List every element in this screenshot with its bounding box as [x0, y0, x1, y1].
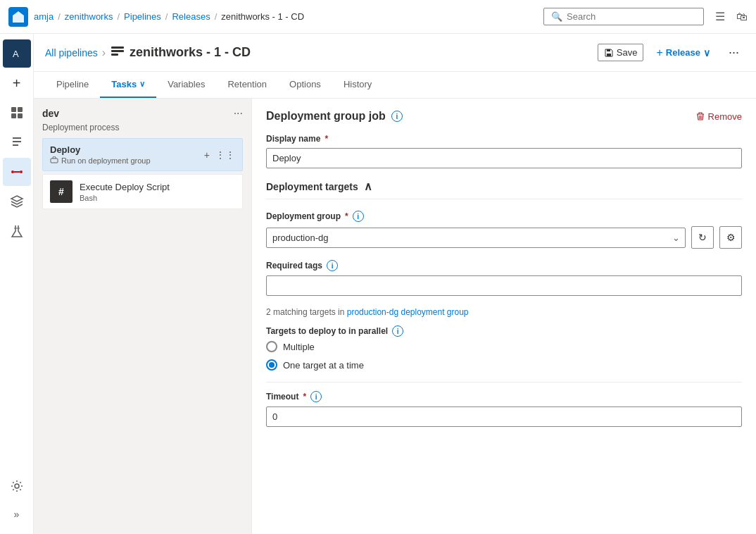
required-tags-label-text: Required tags — [266, 261, 322, 271]
tab-variables[interactable]: Variables — [156, 72, 216, 98]
sidebar-item-pipelines[interactable] — [3, 158, 31, 186]
breadcrumb-current: zenithworks - 1 - CD — [221, 11, 304, 22]
bag-icon[interactable]: 🛍 — [736, 11, 748, 23]
breadcrumb-arrow: › — [102, 46, 106, 59]
job-card-deploy[interactable]: Deploy Run on deployment group + ⋮⋮ — [42, 138, 243, 171]
drag-icon[interactable]: ⋮⋮ — [215, 149, 235, 161]
tab-tasks[interactable]: Tasks ∨ — [100, 72, 156, 98]
sidebar-item-home[interactable]: A — [3, 39, 31, 68]
svg-rect-14 — [607, 54, 611, 56]
deployment-group-select-container: production-dg staging-dg dev-dg — [266, 228, 686, 248]
required-tags-input[interactable] — [266, 275, 742, 296]
release-dropdown-icon[interactable]: ∨ — [703, 47, 710, 58]
tab-retention[interactable]: Retention — [216, 72, 278, 98]
targets-parallel-label-text: Targets to deploy to in parallel — [266, 326, 388, 336]
targets-parallel-form-group: Targets to deploy to in parallel i Multi… — [266, 325, 742, 371]
stage-name: dev — [42, 108, 59, 119]
svg-rect-4 — [11, 113, 16, 118]
timeout-form-group: Timeout * i — [266, 391, 742, 427]
svg-point-8 — [20, 170, 23, 173]
breadcrumb-sep-2: / — [117, 11, 120, 22]
breadcrumb-amja[interactable]: amja — [34, 11, 53, 22]
save-button[interactable]: Save — [598, 44, 644, 61]
sidebar-item-add[interactable]: + — [3, 69, 31, 97]
breadcrumb-releases[interactable]: Releases — [172, 11, 210, 22]
deployment-group-info-icon[interactable]: i — [353, 211, 364, 222]
deployment-targets-collapse-icon[interactable]: ∧ — [364, 180, 372, 193]
topbar: amja / zenithworks / Pipelines / Release… — [0, 0, 756, 34]
matching-link[interactable]: production-dg deployment group — [347, 307, 469, 317]
display-name-input[interactable] — [266, 148, 742, 168]
remove-button[interactable]: Remove — [695, 111, 742, 122]
timeout-input[interactable] — [266, 406, 742, 427]
targets-parallel-info-icon[interactable]: i — [392, 325, 403, 337]
settings-icon: ⚙ — [726, 232, 736, 243]
all-pipelines-link[interactable]: All pipelines — [45, 47, 98, 58]
release-button[interactable]: + Release ∨ — [649, 44, 717, 62]
more-button[interactable]: ··· — [723, 42, 745, 63]
job-subtitle: Run on deployment group — [50, 156, 151, 165]
sidebar-item-repos[interactable] — [3, 128, 31, 156]
task-item-execute[interactable]: # Execute Deploy Script Bash — [42, 174, 243, 209]
sidebar-settings[interactable] — [3, 472, 31, 500]
sidebar-item-artifacts[interactable] — [3, 187, 31, 216]
breadcrumb-pipelines[interactable]: Pipelines — [124, 11, 161, 22]
timeout-required: * — [303, 392, 306, 402]
svg-point-6 — [11, 170, 14, 173]
tab-history[interactable]: History — [332, 72, 383, 98]
deployment-group-select[interactable]: production-dg staging-dg dev-dg — [266, 228, 686, 248]
svg-rect-2 — [11, 107, 16, 112]
page-header: All pipelines › zenithworks - 1 - CD Sav… — [34, 34, 756, 72]
task-type: Bash — [80, 194, 170, 202]
remove-label: Remove — [708, 111, 742, 122]
radio-multiple-input[interactable] — [266, 341, 277, 352]
sidebar-item-lab[interactable] — [3, 217, 31, 245]
radio-multiple-label: Multiple — [283, 342, 315, 352]
radio-option-multiple[interactable]: Multiple — [266, 341, 742, 352]
refresh-button[interactable]: ↻ — [691, 226, 714, 249]
svg-rect-13 — [111, 54, 118, 56]
tasks-dropdown-icon[interactable]: ∨ — [139, 80, 145, 89]
stage-subtitle: Deployment process — [42, 123, 243, 132]
top-breadcrumb: amja / zenithworks / Pipelines / Release… — [34, 11, 538, 22]
deployment-group-job-info-icon[interactable]: i — [391, 111, 403, 122]
task-icon-bash: # — [50, 180, 73, 203]
deployment-group-dropdown-wrapper: production-dg staging-dg dev-dg ↻ ⚙ — [266, 226, 742, 249]
sidebar-item-boards[interactable] — [3, 99, 31, 127]
radio-option-one-at-a-time[interactable]: One target at a time — [266, 359, 742, 371]
job-sub-text: Run on deployment group — [61, 156, 151, 165]
display-name-label: Display name * — [266, 134, 742, 144]
pipeline-icon — [110, 43, 125, 62]
display-name-group: Display name * — [266, 134, 742, 168]
stage-more-button[interactable]: ··· — [234, 107, 243, 120]
header-actions: Save + Release ∨ ··· — [598, 42, 745, 63]
search-input[interactable] — [567, 11, 696, 22]
add-task-icon[interactable]: + — [204, 149, 210, 161]
tab-options[interactable]: Options — [278, 72, 332, 98]
refresh-icon: ↻ — [698, 232, 707, 243]
radio-one-at-a-time-input[interactable] — [266, 359, 277, 371]
task-name: Execute Deploy Script — [80, 182, 170, 192]
settings-button[interactable]: ⚙ — [719, 226, 742, 249]
sidebar-expand[interactable]: » — [3, 500, 31, 528]
release-label: Release — [666, 47, 700, 58]
tab-tasks-label: Tasks — [111, 79, 137, 89]
tab-pipeline[interactable]: Pipeline — [45, 72, 100, 98]
sidebar: A + » — [0, 34, 34, 534]
body-panels: dev ··· Deployment process Deploy Run on… — [34, 99, 756, 534]
details-title-text: Deployment group job — [266, 110, 386, 123]
job-info: Deploy Run on deployment group — [50, 144, 151, 165]
display-name-label-text: Display name — [266, 134, 320, 144]
app-logo[interactable] — [8, 7, 28, 27]
breadcrumb-zenithworks[interactable]: zenithworks — [65, 11, 113, 22]
list-icon[interactable]: ☰ — [715, 10, 725, 23]
svg-rect-16 — [51, 159, 58, 163]
breadcrumb-sep-1: / — [58, 11, 61, 22]
svg-text:A: A — [13, 49, 19, 59]
pipeline-panel: dev ··· Deployment process Deploy Run on… — [34, 99, 252, 534]
required-tags-info-icon[interactable]: i — [327, 260, 338, 271]
more-icon: ··· — [729, 45, 739, 59]
timeout-info-icon[interactable]: i — [310, 391, 322, 402]
timeout-label-text: Timeout — [266, 392, 298, 402]
search-box[interactable]: 🔍 — [543, 8, 704, 25]
